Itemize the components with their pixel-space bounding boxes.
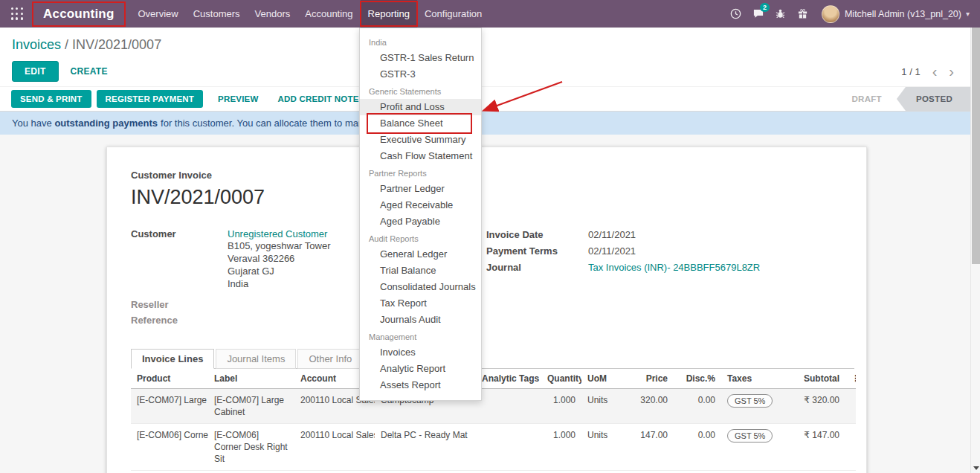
tab-invoice-lines[interactable]: Invoice Lines	[131, 349, 214, 369]
invoice-date-value: 02/11/2021	[588, 228, 636, 241]
vertical-scrollbar[interactable]	[970, 28, 980, 473]
menu-item-balance-sheet-label: Balance Sheet	[380, 118, 443, 129]
menu-vendors[interactable]: Vendors	[248, 0, 298, 28]
cell-price: 147.00	[619, 424, 674, 471]
scrollbar-thumb[interactable]	[972, 28, 980, 264]
gift-icon[interactable]	[792, 0, 814, 28]
menu-accounting-label: Accounting	[305, 8, 352, 19]
chat-unread-badge: 2	[760, 3, 770, 12]
cell-label: [E-COM07] Large Cabinet	[208, 389, 294, 424]
scrollbar-down-arrow-icon[interactable]	[973, 466, 979, 470]
apps-menu-icon[interactable]	[0, 0, 34, 28]
top-navbar: Accounting Overview Customers Vendors Ac…	[0, 0, 980, 28]
cell-subtotal: ₹ 320.00	[784, 389, 845, 424]
payment-terms-value: 02/11/2021	[588, 245, 636, 257]
cell-quantity: 1.000	[541, 424, 581, 471]
menu-configuration[interactable]: Configuration	[417, 0, 489, 28]
invoice-sheet: Customer Invoice INV/2021/0007 Customer …	[106, 147, 867, 473]
menu-item-assets-report[interactable]: Assets Report	[360, 377, 481, 393]
menu-item-journals-audit[interactable]: Journals Audit	[360, 312, 481, 328]
col-product[interactable]: Product	[131, 369, 208, 389]
document-type-label: Customer Invoice	[131, 170, 854, 181]
menu-section-partner-reports: Partner Reports	[360, 164, 481, 181]
invoice-lines-table: Product Label Account Analytic Account A…	[131, 369, 856, 471]
customer-link[interactable]: Unregistered Customer	[228, 228, 327, 239]
menu-item-general-ledger[interactable]: General Ledger	[360, 246, 481, 263]
menu-item-tax-report[interactable]: Tax Report	[360, 295, 481, 312]
menu-accounting[interactable]: Accounting	[297, 0, 360, 28]
col-label[interactable]: Label	[208, 369, 294, 389]
menu-vendors-label: Vendors	[255, 8, 291, 19]
cell-label: [E-COM06] Corner Desk Right Sit	[208, 424, 294, 471]
menu-item-trial-balance[interactable]: Trial Balance	[360, 263, 481, 279]
outstanding-payments-banner: You have outstanding payments for this c…	[0, 112, 970, 135]
invoice-fields: Customer Unregistered Customer B105, yog…	[131, 228, 854, 326]
menu-configuration-label: Configuration	[425, 8, 482, 19]
cell-analytic-account: Delta PC - Ready Mat	[375, 424, 476, 471]
menu-item-invoices[interactable]: Invoices	[360, 344, 481, 361]
menu-customers[interactable]: Customers	[186, 0, 248, 28]
menu-item-gstr1-sales-return[interactable]: GSTR-1 Sales Return	[360, 50, 481, 66]
preview-button[interactable]: PREVIEW	[208, 90, 268, 108]
messages-chat-icon[interactable]: 2	[747, 0, 770, 28]
cell-discount: 0.00	[674, 389, 721, 424]
table-header-row: Product Label Account Analytic Account A…	[131, 369, 856, 389]
status-draft[interactable]: DRAFT	[836, 87, 896, 111]
pager-previous-icon[interactable]: ‹	[932, 66, 938, 77]
bug-icon[interactable]	[770, 0, 792, 28]
menu-item-partner-ledger[interactable]: Partner Ledger	[360, 181, 481, 197]
menu-item-cash-flow-statement[interactable]: Cash Flow Statement	[360, 148, 481, 164]
col-subtotal[interactable]: Subtotal	[784, 369, 845, 389]
send-and-print-button[interactable]: SEND & PRINT	[11, 90, 91, 108]
pager: 1 / 1 ‹ ›	[901, 66, 954, 77]
cell-uom: Units	[581, 424, 619, 471]
menu-section-generic-statements: Generic Statements	[360, 83, 481, 99]
fields-right-column: Invoice Date 02/11/2021 Payment Terms 02…	[486, 228, 760, 326]
tab-other-info[interactable]: Other Info	[297, 349, 363, 369]
invoice-line-row[interactable]: [E-COM06] Corner D... [E-COM06] Corner D…	[131, 424, 856, 471]
col-price[interactable]: Price	[619, 369, 674, 389]
breadcrumb: Invoices / INV/2021/0007	[0, 28, 970, 53]
menu-item-profit-and-loss[interactable]: Profit and Loss	[360, 99, 481, 115]
edit-button[interactable]: EDIT	[12, 61, 59, 82]
menu-section-india: India	[360, 33, 481, 50]
col-uom[interactable]: UoM	[581, 369, 619, 389]
customer-address-line: Veraval 362266	[228, 252, 331, 265]
col-discount[interactable]: Disc.%	[674, 369, 721, 389]
menu-item-gstr3[interactable]: GSTR-3	[360, 66, 481, 83]
menu-item-aged-receivable[interactable]: Aged Receivable	[360, 197, 481, 213]
user-menu[interactable]: Mitchell Admin (v13_pnl_20)	[845, 9, 961, 19]
add-credit-note-button[interactable]: ADD CREDIT NOTE	[268, 90, 368, 108]
user-avatar[interactable]	[822, 5, 839, 23]
menu-item-consolidated-journals[interactable]: Consolidated Journals	[360, 279, 481, 295]
cell-product: [E-COM07] Large Ca...	[131, 389, 208, 424]
navbar-right: 2 Mitchell Admin (v13_pnl_20) ▾	[725, 0, 980, 28]
menu-overview[interactable]: Overview	[131, 0, 186, 28]
menu-item-analytic-report[interactable]: Analytic Report	[360, 361, 481, 377]
pager-next-icon[interactable]: ›	[949, 66, 954, 77]
optional-columns-icon[interactable]: ⋮	[851, 373, 856, 384]
journal-link[interactable]: Tax Invoices (INR)- 24BBBFF5679L8ZR	[588, 261, 760, 274]
tax-badge: GST 5%	[727, 429, 773, 443]
menu-item-aged-payable[interactable]: Aged Payable	[360, 213, 481, 230]
col-taxes[interactable]: Taxes	[721, 369, 784, 389]
menu-reporting-label: Reporting	[368, 8, 410, 19]
payment-terms-field: Payment Terms 02/11/2021	[486, 245, 760, 257]
invoice-line-row[interactable]: [E-COM07] Large Ca... [E-COM07] Large Ca…	[131, 389, 856, 424]
menu-reporting[interactable]: Reporting	[361, 0, 417, 28]
menu-item-executive-summary[interactable]: Executive Summary	[360, 132, 481, 148]
cell-product: [E-COM06] Corner D...	[131, 424, 208, 471]
col-quantity[interactable]: Quantity	[541, 369, 581, 389]
customer-value: Unregistered Customer B105, yogeshwar To…	[228, 228, 331, 290]
create-button[interactable]: CREATE	[71, 66, 108, 77]
breadcrumb-invoices-link[interactable]: Invoices	[12, 37, 61, 52]
invoice-date-label: Invoice Date	[486, 228, 588, 241]
journal-field: Journal Tax Invoices (INR)- 24BBBFF5679L…	[486, 261, 760, 274]
activities-clock-icon[interactable]	[725, 0, 747, 28]
menu-item-balance-sheet[interactable]: Balance Sheet	[360, 115, 481, 132]
status-posted-badge[interactable]: POSTED	[897, 87, 970, 111]
tab-journal-items[interactable]: Journal Items	[216, 349, 296, 369]
app-name-accounting[interactable]: Accounting	[34, 0, 123, 28]
register-payment-button[interactable]: REGISTER PAYMENT	[97, 90, 204, 108]
col-analytic-tags[interactable]: Analytic Tags	[476, 369, 541, 389]
